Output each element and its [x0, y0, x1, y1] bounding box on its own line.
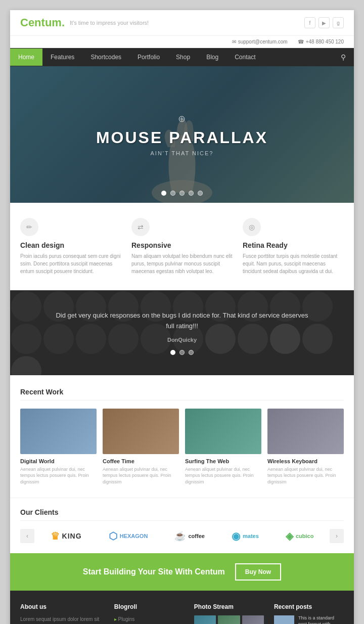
hero-dot-4[interactable] — [189, 191, 194, 196]
footer-recent-posts: Recent posts This is a standard post for… — [274, 603, 344, 624]
testimonial-dot-1[interactable] — [170, 350, 175, 355]
work-thumb-4 — [267, 409, 344, 454]
site-logo: Centum. — [20, 16, 65, 29]
hero-title: MOUSE PARALLAX — [96, 128, 268, 147]
retina-icon: ◎ — [243, 218, 261, 236]
work-thumb-3 — [185, 409, 261, 454]
clients-section: Our Clients ‹ ♛ KING ⬡ HEXAGON ☕ coffee — [10, 498, 354, 553]
king-label: KING — [62, 532, 82, 540]
header-social: f ▶ g — [304, 17, 344, 28]
contact-bar: ✉ support@centum.com ☎ +48 880 450 120 — [10, 36, 354, 48]
work-item-3: Surfing The Web Aenean aliquet pulvinar … — [185, 409, 261, 485]
work-item-1: Digital World Aenean aliquet pulvinar du… — [20, 409, 97, 485]
cta-bar: Start Building Your Site With Centum Buy… — [10, 553, 354, 591]
work-thumb-2 — [103, 409, 179, 454]
testimonial-quote: Did get very quick responses on the bugs… — [56, 310, 308, 332]
hero-subtitle: AIN'T THAT NICE? — [96, 150, 268, 156]
cta-text: Start Building Your Site With Centum — [83, 567, 225, 576]
hero-content: ⊕ MOUSE PARALLAX AIN'T THAT NICE? — [96, 113, 268, 156]
google-icon[interactable]: g — [333, 17, 344, 28]
coffee-label: coffee — [188, 533, 204, 539]
nav-shop[interactable]: Shop — [168, 49, 198, 66]
work-thumb-1 — [20, 409, 97, 454]
buy-now-button[interactable]: Buy Now — [235, 563, 281, 581]
nav-home[interactable]: Home — [10, 49, 42, 66]
footer-about-title: About us — [20, 603, 104, 610]
recent-work-section: Recent Work Digital World Aenean aliquet… — [10, 375, 354, 498]
blogroll-plugins[interactable]: Plugins — [114, 615, 184, 623]
footer-photo-stream: Photo Stream — [194, 603, 264, 624]
search-icon[interactable]: ⚲ — [333, 48, 354, 66]
post-title-1: This is a standard post format with prev… — [298, 615, 344, 624]
header-left: Centum. It's time to impress your visito… — [20, 16, 149, 29]
hero-dot-1[interactable] — [161, 191, 166, 196]
client-coffee: ☕ coffee — [174, 530, 204, 542]
testimonial-dots — [20, 350, 344, 355]
hexagon-icon: ⬡ — [109, 530, 117, 542]
post-thumb-1 — [274, 615, 294, 624]
coffee-icon: ☕ — [174, 530, 186, 542]
testimonial-dot-3[interactable] — [189, 350, 194, 355]
client-cubico: ◈ cubico — [286, 530, 313, 542]
feature-responsive: ⇄ Responsive Nam aliquam volutpat leo bi… — [131, 218, 233, 275]
feature-2-text: Nam aliquam volutpat leo bibendum nunc e… — [131, 252, 233, 275]
cubico-icon: ◈ — [286, 530, 293, 542]
clients-slider: ‹ ♛ KING ⬡ HEXAGON ☕ coffee — [20, 529, 344, 543]
recent-work-title: Recent Work — [20, 388, 344, 400]
facebook-icon[interactable]: f — [304, 17, 315, 28]
clients-list: ♛ KING ⬡ HEXAGON ☕ coffee ◉ mates — [39, 530, 325, 542]
email-contact: ✉ support@centum.com — [232, 39, 288, 44]
photo-3 — [242, 615, 264, 624]
post-1: This is a standard post format with prev… — [274, 615, 344, 624]
footer-about-text1: Lorem sequat ipsum dolor lorem sit amet,… — [20, 615, 104, 624]
footer: About us Lorem sequat ipsum dolor lorem … — [10, 591, 354, 624]
photo-grid — [194, 615, 264, 624]
testimonial-dot-2[interactable] — [179, 350, 185, 355]
footer-about: About us Lorem sequat ipsum dolor lorem … — [20, 603, 104, 624]
main-nav: Home Features Shortcodes Portfolio Shop … — [10, 48, 354, 66]
logo-text: Centum — [20, 16, 62, 29]
feature-3-text: Fusce porttitor turpis quis molestie cos… — [243, 252, 344, 275]
work-item-4: Wireless Keyboard Aenean aliquet pulvina… — [267, 409, 344, 485]
hexagon-label: HEXAGON — [120, 533, 148, 539]
feature-retina: ◎ Retina Ready Fusce porttitor turpis qu… — [243, 218, 344, 275]
nav-blog[interactable]: Blog — [198, 49, 226, 66]
footer-blogroll: Blogroll Plugins Themes Support ThemeFor… — [114, 603, 184, 624]
work-title-3: Surfing The Web — [185, 458, 261, 464]
phone-contact: ☎ +48 880 450 120 — [298, 39, 344, 44]
work-desc-1: Aenean aliquet pulvinar dui, nec tempus … — [20, 466, 97, 485]
hero-dots — [161, 191, 203, 196]
slider-next-arrow[interactable]: › — [330, 529, 344, 543]
nav-shortcodes[interactable]: Shortcodes — [82, 49, 129, 66]
responsive-icon: ⇄ — [131, 218, 150, 236]
nav-contact[interactable]: Contact — [226, 49, 263, 66]
work-title-2: Coffee Time — [103, 458, 179, 464]
cubico-label: cubico — [296, 533, 313, 539]
hero-dot-5[interactable] — [198, 191, 203, 196]
hero-section: ⊕ MOUSE PARALLAX AIN'T THAT NICE? — [10, 66, 354, 203]
site-header: Centum. It's time to impress your visito… — [10, 10, 354, 36]
work-desc-2: Aenean aliquet pulvinar dui, nec tempus … — [103, 466, 179, 485]
hero-dot-3[interactable] — [179, 191, 185, 196]
slider-prev-arrow[interactable]: ‹ — [20, 529, 34, 543]
feature-3-title: Retina Ready — [243, 241, 344, 249]
mates-icon: ◉ — [232, 530, 240, 542]
king-crown-icon: ♛ — [51, 530, 60, 542]
page-wrapper: Centum. It's time to impress your visito… — [10, 10, 354, 624]
youtube-icon[interactable]: ▶ — [318, 17, 330, 28]
testi-face — [11, 356, 41, 375]
testimonial-author: DonQuicky — [20, 337, 344, 343]
client-mates: ◉ mates — [232, 530, 259, 542]
post-info-1: This is a standard post format with prev… — [298, 615, 344, 624]
footer-photo-title: Photo Stream — [194, 603, 264, 610]
feature-2-title: Responsive — [131, 241, 233, 249]
client-hexagon: ⬡ HEXAGON — [109, 530, 148, 542]
hero-dot-2[interactable] — [170, 191, 175, 196]
nav-features[interactable]: Features — [42, 49, 82, 66]
footer-blogroll-title: Blogroll — [114, 603, 184, 610]
nav-portfolio[interactable]: Portfolio — [129, 49, 168, 66]
feature-1-text: Proin iaculis purus consequat sem cure d… — [20, 252, 121, 275]
testi-face — [11, 291, 41, 322]
work-title-1: Digital World — [20, 458, 97, 464]
client-king: ♛ KING — [51, 530, 82, 542]
